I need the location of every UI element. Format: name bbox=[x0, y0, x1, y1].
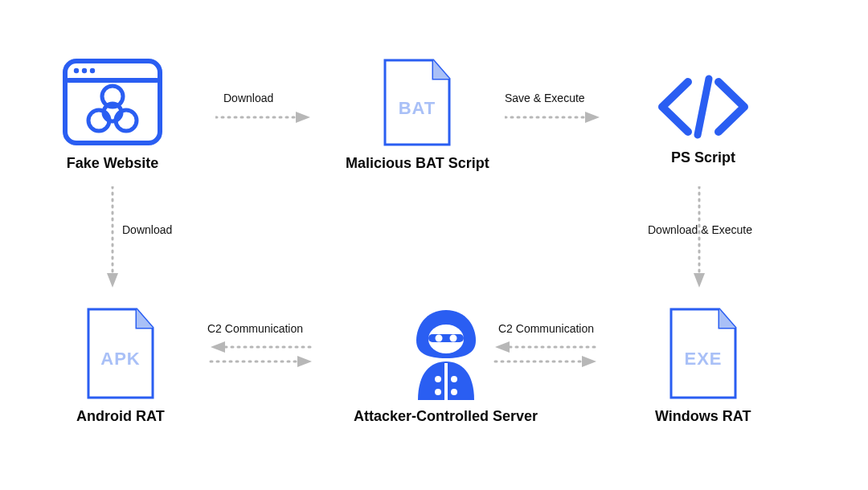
node-label-windows-rat: Windows RAT bbox=[655, 408, 751, 425]
edge-label-bat-to-ps: Save & Execute bbox=[505, 92, 585, 104]
exe-file-text: EXE bbox=[684, 349, 722, 369]
arrow-bat-to-ps bbox=[505, 109, 601, 125]
edge-label-ps-to-exe: Download & Execute bbox=[648, 223, 752, 236]
svg-marker-25 bbox=[585, 112, 600, 123]
arrow-exe-c2 bbox=[493, 337, 598, 370]
svg-point-10 bbox=[104, 115, 108, 119]
svg-point-16 bbox=[449, 335, 457, 342]
node-windows-rat: EXE Windows RAT bbox=[655, 305, 751, 425]
svg-point-2 bbox=[74, 68, 79, 73]
svg-rect-14 bbox=[428, 334, 464, 342]
node-label-ps-script: PS Script bbox=[671, 149, 735, 166]
apk-file-text: APK bbox=[100, 349, 140, 369]
svg-marker-35 bbox=[495, 341, 510, 353]
svg-marker-23 bbox=[296, 112, 310, 123]
apk-file-icon: APK bbox=[80, 305, 161, 402]
node-bat-script: BAT Malicious BAT Script bbox=[346, 56, 489, 172]
arrow-apk-c2 bbox=[209, 337, 313, 370]
svg-point-19 bbox=[451, 376, 457, 382]
svg-marker-37 bbox=[582, 356, 596, 367]
node-label-android-rat: Android RAT bbox=[76, 408, 165, 425]
edge-label-exe-c2: C2 Communication bbox=[498, 322, 594, 335]
arrow-ps-to-exe bbox=[691, 186, 707, 289]
exe-file-icon: EXE bbox=[663, 305, 743, 402]
svg-point-9 bbox=[111, 104, 115, 108]
node-label-bat-script: Malicious BAT Script bbox=[346, 155, 489, 172]
svg-point-21 bbox=[451, 389, 457, 395]
node-label-c2-server: Attacker-Controlled Server bbox=[354, 408, 538, 425]
node-fake-website: Fake Website bbox=[60, 56, 165, 172]
attacker-icon bbox=[402, 305, 490, 402]
edge-label-fw-to-bat: Download bbox=[223, 92, 273, 104]
node-label-fake-website: Fake Website bbox=[67, 155, 159, 172]
svg-point-11 bbox=[117, 115, 121, 119]
bat-file-text: BAT bbox=[399, 98, 436, 118]
svg-point-18 bbox=[435, 376, 441, 382]
svg-marker-31 bbox=[211, 341, 225, 353]
svg-marker-27 bbox=[107, 273, 118, 288]
svg-point-20 bbox=[435, 389, 441, 395]
code-icon bbox=[651, 71, 755, 143]
svg-marker-33 bbox=[297, 356, 312, 367]
svg-point-4 bbox=[90, 68, 95, 73]
svg-point-15 bbox=[435, 335, 442, 342]
svg-line-12 bbox=[698, 79, 709, 135]
bat-file-icon: BAT bbox=[377, 56, 457, 149]
svg-marker-29 bbox=[694, 273, 705, 288]
arrow-fw-to-apk bbox=[104, 186, 121, 289]
node-android-rat: APK Android RAT bbox=[76, 305, 165, 425]
edge-label-apk-c2: C2 Communication bbox=[207, 322, 303, 335]
arrow-fw-to-bat bbox=[215, 109, 312, 125]
edge-label-fw-to-apk: Download bbox=[122, 223, 172, 236]
node-ps-script: PS Script bbox=[651, 71, 755, 166]
browser-biohazard-icon bbox=[60, 56, 165, 149]
svg-point-3 bbox=[82, 68, 87, 73]
